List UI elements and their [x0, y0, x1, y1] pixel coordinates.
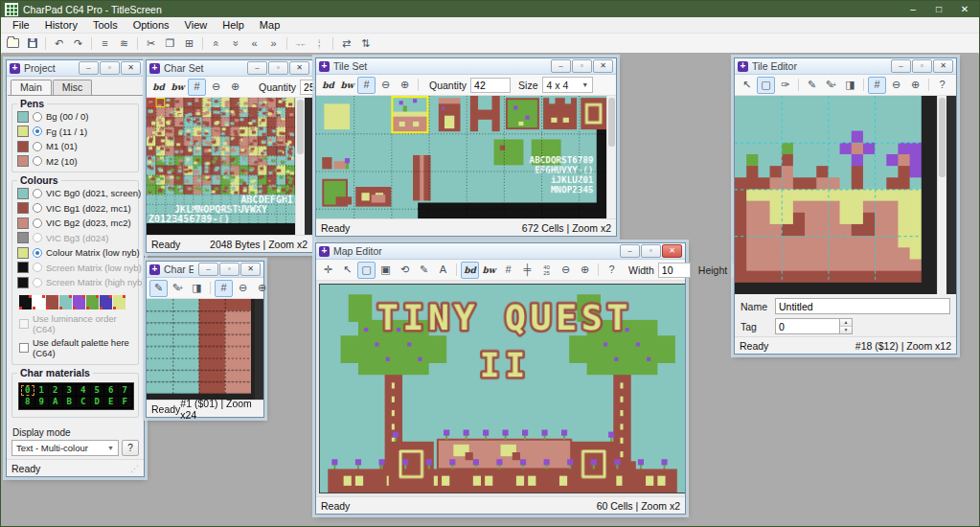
tile-tag-input[interactable]: [775, 318, 840, 334]
tileset-window-minimize-button[interactable]: –: [551, 59, 571, 73]
tile-editor-canvas[interactable]: [735, 96, 937, 294]
tag-spinner[interactable]: ▲▼: [840, 318, 853, 334]
map-canvas[interactable]: [319, 284, 685, 493]
menu-history[interactable]: History: [37, 18, 85, 32]
flip-tool-icon[interactable]: ⟲: [396, 262, 414, 279]
screen-40x25-icon[interactable]: 40 25: [537, 262, 556, 279]
help-icon[interactable]: ?: [603, 262, 621, 279]
pen-icon[interactable]: ✎: [149, 280, 168, 297]
undo-icon[interactable]: ↶: [50, 34, 68, 52]
char-material-cell[interactable]: 0: [21, 385, 34, 396]
charset-window-minimize-button[interactable]: –: [247, 61, 267, 75]
palette-swatch[interactable]: [113, 295, 125, 309]
radio-button[interactable]: [33, 263, 42, 272]
menu-tools[interactable]: Tools: [85, 18, 125, 32]
tileset-window-restore-button[interactable]: ▫: [572, 59, 592, 73]
pen-plus-icon[interactable]: ✎+: [169, 280, 187, 297]
char-material-cell[interactable]: E: [104, 397, 118, 407]
radio-button[interactable]: [33, 248, 42, 258]
select-multi-icon[interactable]: ▣: [376, 262, 395, 279]
display-bw-icon[interactable]: bw: [169, 79, 187, 96]
scroll-right-icon[interactable]: »: [264, 34, 283, 52]
squeeze-vertical-icon[interactable]: →←: [310, 34, 329, 52]
map-editor-window-close-button[interactable]: ✕: [662, 244, 682, 258]
grid-toggle-icon[interactable]: #: [868, 77, 886, 94]
checkbox[interactable]: [19, 319, 29, 329]
zoom-out-icon[interactable]: ⊖: [887, 77, 905, 94]
display-bw-icon[interactable]: bw: [338, 77, 356, 94]
tab-main[interactable]: Main: [11, 80, 52, 95]
menu-file[interactable]: File: [5, 18, 37, 32]
radio-button[interactable]: [33, 278, 42, 287]
scroll-up-icon[interactable]: «: [207, 34, 225, 52]
char-material-cell[interactable]: F: [119, 397, 132, 407]
grid-toggle-icon[interactable]: #: [188, 79, 206, 96]
char-material-cell[interactable]: 6: [104, 385, 118, 396]
pen-colour-option[interactable]: VIC Bg3 (d024): [17, 231, 135, 246]
radio-button[interactable]: [33, 156, 42, 166]
char-editor-canvas[interactable]: [147, 299, 255, 400]
display-bd-icon[interactable]: bd: [149, 79, 168, 96]
char-editor-window-minimize-button[interactable]: –: [198, 263, 218, 276]
map-editor-window-minimize-button[interactable]: –: [620, 244, 640, 258]
char-material-cell[interactable]: C: [77, 397, 90, 407]
charset-vscrollbar[interactable]: [295, 98, 305, 235]
radio-button[interactable]: [33, 189, 42, 198]
map-editor-window-restore-button[interactable]: ▫: [641, 244, 661, 258]
resize-grip-icon[interactable]: ⋰: [130, 464, 139, 473]
display-bd-icon[interactable]: bd: [461, 262, 479, 279]
radio-button[interactable]: [33, 126, 42, 136]
spinner-down-icon[interactable]: ▼: [840, 327, 852, 333]
char-editor-titlebar[interactable]: + Char Editor –▫✕: [147, 262, 263, 278]
pen-colour-option[interactable]: Screen Matrix (low nyb): [17, 261, 135, 276]
select-rect-icon[interactable]: ▢: [357, 262, 376, 279]
project-window-close-button[interactable]: ✕: [121, 61, 141, 75]
palette-swatch[interactable]: [100, 295, 112, 309]
tile-size-select[interactable]: 4 x 4 ▼: [542, 77, 594, 93]
char-material-cell[interactable]: 2: [49, 385, 62, 396]
checkbox[interactable]: [19, 343, 29, 353]
project-window-restore-button[interactable]: ▫: [100, 61, 120, 75]
charset-window-restore-button[interactable]: ▫: [268, 61, 288, 75]
tile-editor-window-close-button[interactable]: ✕: [933, 59, 953, 73]
tileset-quantity-input[interactable]: [470, 78, 511, 93]
menu-options[interactable]: Options: [125, 18, 177, 32]
tile-editor-titlebar[interactable]: + Tile Editor –▫✕: [735, 58, 956, 75]
palette-swatch[interactable]: [19, 295, 32, 309]
squeeze-horizontal-icon[interactable]: →←: [291, 34, 309, 52]
project-window-minimize-button[interactable]: –: [79, 61, 99, 75]
spinner-up-icon[interactable]: ▲: [840, 319, 852, 327]
tile-editor-window-minimize-button[interactable]: –: [891, 59, 911, 73]
radio-button[interactable]: [33, 142, 42, 151]
palette-swatch[interactable]: [86, 295, 99, 309]
scroll-left-icon[interactable]: «: [245, 34, 263, 52]
grid-toggle-icon[interactable]: #: [215, 280, 233, 297]
cursor-select-icon[interactable]: ↖: [338, 262, 356, 279]
palette-swatch[interactable]: [46, 295, 58, 309]
char-editor-window-close-button[interactable]: ✕: [240, 263, 261, 276]
zoom-out-icon[interactable]: ⊖: [376, 77, 395, 94]
char-material-cell[interactable]: B: [63, 397, 77, 407]
save-icon[interactable]: [23, 34, 41, 52]
stamp-icon[interactable]: ✑: [776, 77, 794, 94]
palette-swatch[interactable]: [59, 295, 72, 309]
radio-button[interactable]: [33, 218, 42, 228]
charset-window-close-button[interactable]: ✕: [289, 61, 309, 75]
redo-icon[interactable]: ↷: [69, 34, 87, 52]
pen-colour-option[interactable]: Screen Matrix (high nyb): [17, 275, 135, 290]
pen-colour-option[interactable]: M1 (01): [17, 139, 135, 154]
display-bw-icon[interactable]: bw: [480, 262, 498, 279]
pen-colour-option[interactable]: Fg (11 / 1): [17, 125, 135, 140]
cut-icon[interactable]: ✂: [142, 34, 160, 52]
charset-titlebar[interactable]: + Char Set –▫✕: [147, 60, 312, 77]
text-tool-icon[interactable]: A: [434, 262, 452, 279]
scroll-down-icon[interactable]: «: [226, 34, 244, 52]
zoom-in-icon[interactable]: ⊕: [396, 77, 414, 94]
history-compact-icon[interactable]: ≋: [115, 34, 133, 52]
app-close-button[interactable]: ✕: [954, 2, 975, 17]
pen-colour-option[interactable]: Bg (00 / 0): [17, 109, 135, 125]
radio-button[interactable]: [33, 112, 42, 122]
select-rect-icon[interactable]: ▢: [757, 77, 775, 94]
copy-icon[interactable]: ❐: [161, 34, 179, 52]
char-material-cell[interactable]: 7: [119, 385, 132, 396]
